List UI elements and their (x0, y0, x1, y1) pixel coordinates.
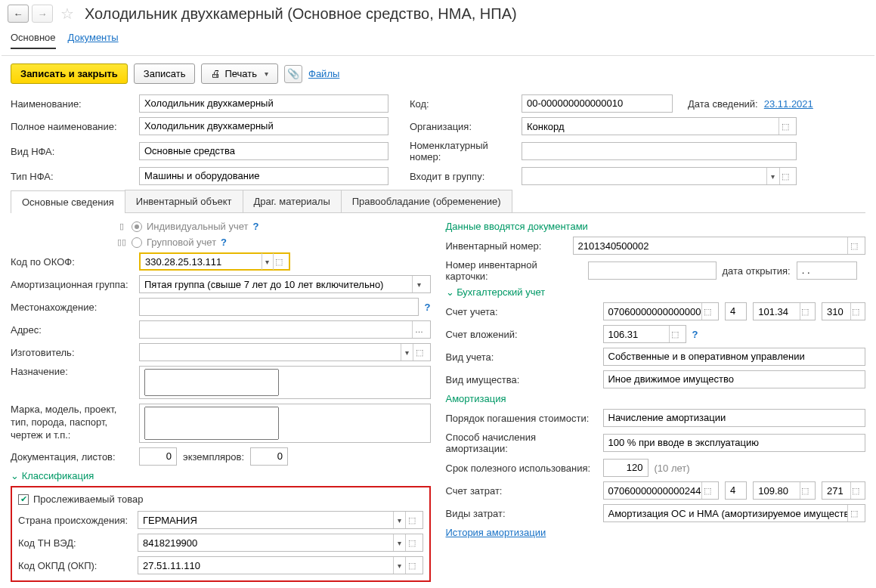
radio-group[interactable] (132, 237, 142, 248)
org-open-icon[interactable]: ⬚ (778, 118, 791, 135)
address-input[interactable]: … (139, 320, 431, 339)
country-input[interactable]: ▾ ⬚ (138, 511, 423, 529)
help-invest[interactable]: ? (692, 329, 698, 340)
help-location[interactable]: ? (425, 302, 431, 313)
brand-input[interactable] (139, 404, 431, 443)
tracked-checkbox[interactable]: ✔ (18, 494, 29, 505)
expense-type-input[interactable]: ⬚ (603, 504, 866, 522)
popup-icon[interactable]: ⬚ (669, 326, 680, 342)
label-acc-type: Вид учета: (446, 351, 597, 363)
ellipsis-icon[interactable]: … (412, 321, 425, 338)
repay-order-input[interactable] (603, 409, 866, 427)
forward-button[interactable]: → (32, 5, 53, 23)
files-link[interactable]: Файлы (308, 68, 339, 79)
okpd-input[interactable]: ▾ ⬚ (138, 556, 423, 574)
accounting-header[interactable]: Бухгалтерский учет (446, 286, 866, 298)
popup-icon[interactable]: ⬚ (850, 482, 860, 499)
printer-icon: 🖨 (211, 68, 221, 79)
account-seg2[interactable] (725, 302, 747, 320)
save-button[interactable]: Записать (134, 63, 196, 84)
label-open-date: дата открытия: (723, 265, 791, 277)
expense-seg3[interactable]: ⬚ (753, 481, 816, 500)
favorite-star-icon[interactable]: ☆ (60, 5, 74, 23)
section-tab-main[interactable]: Основные сведения (11, 190, 125, 213)
inv-card-num-input[interactable] (588, 262, 717, 280)
popup-icon[interactable]: ⬚ (800, 482, 810, 499)
amort-method-input[interactable] (603, 434, 866, 452)
label-account: Счет учета: (446, 306, 597, 317)
section-tab-rights[interactable]: Правообладание (обременение) (341, 190, 512, 212)
section-tab-metals[interactable]: Драг. материалы (243, 190, 342, 212)
classification-header[interactable]: Классификация (11, 470, 431, 481)
chevron-down-icon[interactable]: ▾ (766, 168, 778, 184)
fullname-input[interactable] (139, 117, 388, 135)
nom-num-input[interactable] (522, 142, 797, 160)
label-useful-life: Срок полезного использования: (446, 463, 597, 474)
account-input[interactable]: ⬚ (603, 302, 719, 320)
account-seg3[interactable]: ⬚ (753, 302, 816, 320)
popup-icon[interactable]: ⬚ (847, 505, 860, 521)
account-seg4[interactable]: ⬚ (822, 302, 865, 320)
popup-icon[interactable]: ⬚ (405, 557, 417, 574)
date-info-link[interactable]: 23.11.2021 (764, 98, 813, 110)
invest-account-input[interactable]: ⬚ (603, 325, 686, 343)
prop-type-input[interactable] (603, 370, 866, 388)
copies-input[interactable] (250, 447, 288, 466)
back-button[interactable]: ← (8, 5, 29, 23)
tnved-input[interactable]: ▾ ⬚ (138, 534, 423, 552)
label-in-group: Входит в группу: (410, 171, 515, 182)
purpose-input[interactable] (139, 366, 431, 399)
label-group: Групповой учет (147, 237, 216, 248)
label-location: Местонахождение: (11, 302, 133, 313)
popup-icon[interactable]: ⬚ (847, 237, 860, 254)
chevron-down-icon[interactable]: ▾ (393, 512, 405, 528)
nfa-kind-input[interactable] (139, 167, 388, 185)
amort-history-link[interactable]: История амортизации (446, 527, 546, 538)
name-input[interactable] (139, 94, 388, 113)
location-input[interactable] (139, 298, 419, 316)
tab-main[interactable]: Основное (11, 32, 56, 49)
entered-by-docs-header: Данные вводятся документами (446, 221, 866, 232)
help-group[interactable]: ? (221, 237, 227, 248)
radio-individual[interactable] (132, 221, 142, 232)
popup-icon[interactable]: ⬚ (800, 303, 810, 320)
okof-input[interactable]: ▾ ⬚ (139, 252, 290, 271)
chevron-down-icon[interactable]: ▾ (262, 253, 273, 270)
section-tab-inv[interactable]: Инвентарный объект (125, 190, 243, 212)
popup-icon[interactable]: ⬚ (701, 482, 713, 499)
tab-documents[interactable]: Документы (68, 32, 119, 49)
nfa-type-input[interactable] (139, 142, 388, 160)
open-date-input[interactable] (797, 262, 857, 280)
label-code: Код: (410, 98, 515, 110)
org-input[interactable]: ⬚ (522, 117, 797, 135)
popup-icon[interactable]: ⬚ (273, 253, 284, 270)
label-purpose: Назначение: (11, 366, 133, 377)
label-prop-type: Вид имущества: (446, 374, 597, 385)
label-repay-order: Порядок погашения стоимости: (446, 413, 597, 424)
help-individual[interactable]: ? (253, 221, 259, 232)
popup-icon[interactable]: ⬚ (701, 303, 713, 320)
popup-icon[interactable]: ⬚ (779, 168, 791, 184)
in-group-input[interactable]: ▾ ⬚ (522, 167, 797, 185)
print-button[interactable]: 🖨 Печать (201, 63, 278, 84)
acc-type-input[interactable] (603, 348, 866, 366)
popup-icon[interactable]: ⬚ (413, 344, 425, 361)
expense-seg4[interactable]: ⬚ (822, 481, 865, 500)
docs-input[interactable] (139, 447, 177, 466)
save-close-button[interactable]: Записать и закрыть (11, 63, 128, 84)
popup-icon[interactable]: ⬚ (405, 534, 417, 551)
popup-icon[interactable]: ⬚ (850, 303, 860, 320)
amort-group-input[interactable]: ▾ (139, 275, 431, 293)
useful-life-input[interactable] (603, 459, 648, 477)
chevron-down-icon[interactable]: ▾ (393, 534, 405, 551)
popup-icon[interactable]: ⬚ (405, 512, 417, 528)
expense-seg2[interactable] (725, 481, 747, 500)
expense-account-input[interactable]: ⬚ (603, 481, 719, 500)
code-input[interactable] (522, 94, 673, 113)
attach-button[interactable]: 📎 (284, 65, 302, 83)
maker-input[interactable]: ▾ ⬚ (139, 343, 431, 361)
inv-num-input[interactable]: ⬚ (573, 237, 866, 255)
chevron-down-icon[interactable]: ▾ (393, 557, 405, 574)
chevron-down-icon[interactable]: ▾ (401, 344, 413, 361)
chevron-down-icon[interactable]: ▾ (412, 276, 425, 292)
